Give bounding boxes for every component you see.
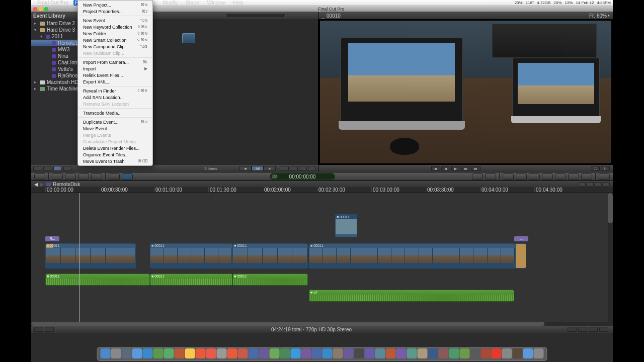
menu-share[interactable]: Share <box>184 0 201 6</box>
append-clip-btn[interactable] <box>78 173 89 180</box>
menu-item-transcode-media-[interactable]: Transcode Media... <box>78 110 152 116</box>
dock-app-34[interactable] <box>460 348 470 358</box>
viewer-canvas[interactable] <box>318 19 613 165</box>
dock-app-23[interactable] <box>344 348 354 358</box>
timeline-fwd-btn[interactable]: ▶ <box>40 182 44 187</box>
dock-app-37[interactable] <box>492 348 502 358</box>
dock-app-13[interactable] <box>238 348 248 358</box>
dashboard-timecode[interactable]: 100 00:00:00:00 <box>270 173 335 180</box>
dock-app-26[interactable] <box>375 348 385 358</box>
dock-app-27[interactable] <box>386 348 396 358</box>
dock-app-39[interactable] <box>513 348 523 358</box>
dock-app-24[interactable] <box>354 348 364 358</box>
skimmer-toggle[interactable] <box>281 166 289 171</box>
timeline-back-btn[interactable]: ◀ <box>34 182 38 187</box>
chevron-down-icon[interactable]: ▾ <box>608 14 610 18</box>
minimize-button[interactable] <box>39 7 43 11</box>
loop-btn[interactable]: ↻ <box>601 166 610 171</box>
clip-thumbnail[interactable] <box>182 33 195 43</box>
drag-handle-icon[interactable]: ⎯ <box>321 13 325 19</box>
timeline-zoom-fit-btn[interactable] <box>603 182 610 187</box>
dock-app-12[interactable] <box>227 348 237 358</box>
dock-app-36[interactable] <box>481 348 491 358</box>
dock-app-32[interactable] <box>439 348 449 358</box>
fullscreen-btn[interactable]: ⛶ <box>591 166 600 171</box>
dock-app-30[interactable] <box>418 348 428 358</box>
dock-app-20[interactable] <box>312 348 322 358</box>
audio-skim-toggle[interactable] <box>290 166 298 171</box>
audio-skimming-btn[interactable] <box>578 327 587 332</box>
menu-item-duplicate-event-[interactable]: Duplicate Event...⌘D <box>78 119 152 125</box>
overwrite-clip-btn[interactable] <box>91 173 102 180</box>
dock-app-33[interactable] <box>449 348 459 358</box>
timeline-index-toggle[interactable] <box>34 327 43 332</box>
audio-clip[interactable]: ■ 00011 <box>232 274 308 286</box>
dock-app-29[interactable] <box>407 348 417 358</box>
dock-app-1[interactable] <box>111 348 121 358</box>
dock-app-16[interactable] <box>270 348 280 358</box>
menu-item-import-from-camera-[interactable]: Import From Camera...⌘I <box>78 59 152 65</box>
retiming-btn[interactable] <box>472 173 483 180</box>
timeline-ruler[interactable]: 00:00:00:0000:00:30:0000:01:00:0000:01:3… <box>31 187 613 193</box>
dock-app-4[interactable] <box>143 348 153 358</box>
timeline-body[interactable]: R......■ 00011■ 00011■ 00011■ 00011■ 000… <box>31 193 613 322</box>
music-browser-btn[interactable] <box>516 173 527 180</box>
menu-item-import[interactable]: Import▶ <box>78 65 152 72</box>
dock-app-3[interactable] <box>132 348 142 358</box>
dock-app-18[interactable] <box>291 348 301 358</box>
import-media-btn[interactable] <box>34 173 45 180</box>
clip-view-btn[interactable] <box>63 166 71 171</box>
tool-select-arrow[interactable] <box>109 173 120 180</box>
dock-app-7[interactable] <box>175 348 185 358</box>
menu-item-move-event-[interactable]: Move Event... <box>78 125 152 132</box>
video-clip[interactable]: ■ 00011 <box>45 243 136 268</box>
menu-item-new-project-[interactable]: New Project...⌘N <box>78 2 152 8</box>
skimming-btn[interactable] <box>568 327 577 332</box>
play-btn[interactable]: ▶ <box>451 166 460 171</box>
list-view-btn[interactable] <box>53 166 61 171</box>
timeline-vscrollbar[interactable] <box>608 193 613 322</box>
transitions-browser-btn[interactable] <box>529 173 540 180</box>
dock-app-0[interactable] <box>101 348 111 358</box>
audio-clip[interactable]: ■ 00011 <box>150 274 232 286</box>
dock-app-14[interactable] <box>249 348 259 358</box>
photos-browser-btn[interactable] <box>503 173 514 180</box>
menu-item-add-san-location-[interactable]: Add SAN Location... <box>78 94 152 101</box>
dock-app-10[interactable] <box>206 348 216 358</box>
menu-item-export-xml-[interactable]: Export XML... <box>78 78 152 85</box>
dock-app-6[interactable] <box>164 348 174 358</box>
solo-toggle[interactable] <box>299 166 307 171</box>
clip-handle[interactable] <box>515 243 526 268</box>
dock-app-5[interactable] <box>153 348 164 358</box>
dock-app-41[interactable] <box>534 348 544 358</box>
go-end-btn[interactable]: ⏭ <box>471 166 480 171</box>
effects-browser-btn[interactable] <box>581 173 592 180</box>
filter-rejected[interactable]: ✕ <box>264 166 276 171</box>
timeline-marker[interactable]: R... <box>45 236 59 241</box>
gear-settings-btn[interactable] <box>43 166 51 171</box>
dock-app-21[interactable] <box>323 348 333 358</box>
menu-item-new-event[interactable]: New Event⌥N <box>78 17 152 24</box>
menu-item-delete-event-render-files-[interactable]: Delete Event Render Files... <box>78 145 152 151</box>
browser-search-input[interactable] <box>225 13 286 18</box>
viewer-fit-pct[interactable]: 60% <box>597 13 607 19</box>
snap-toggle[interactable] <box>308 166 316 171</box>
project-name[interactable]: RemoteDisk <box>53 182 80 187</box>
video-clip[interactable]: ■ 00011 <box>150 243 232 268</box>
insert-clip-btn[interactable] <box>65 173 76 180</box>
filmstrip-view-btn[interactable] <box>33 166 41 171</box>
filter-favorites[interactable]: ★ <box>239 166 252 171</box>
timeline-appearance-btn[interactable] <box>587 182 594 187</box>
themes-browser-btn[interactable] <box>568 173 579 180</box>
dock-app-22[interactable] <box>333 348 343 358</box>
menu-item-organize-event-files-[interactable]: Organize Event Files... <box>78 151 152 158</box>
generators-browser-btn[interactable] <box>555 173 566 180</box>
filter-all[interactable]: All <box>252 166 264 171</box>
menu-item-move-event-to-trash[interactable]: Move Event to Trash⌘⌫ <box>78 158 152 164</box>
dock-app-9[interactable] <box>196 348 206 358</box>
dock-app-15[interactable] <box>259 348 269 358</box>
enhance-btn[interactable] <box>485 173 496 180</box>
prev-frame-btn[interactable]: ◀ <box>441 166 450 171</box>
audio-clip[interactable]: ■ c# <box>309 290 514 302</box>
video-clip[interactable]: ■ 00011 <box>309 243 515 268</box>
